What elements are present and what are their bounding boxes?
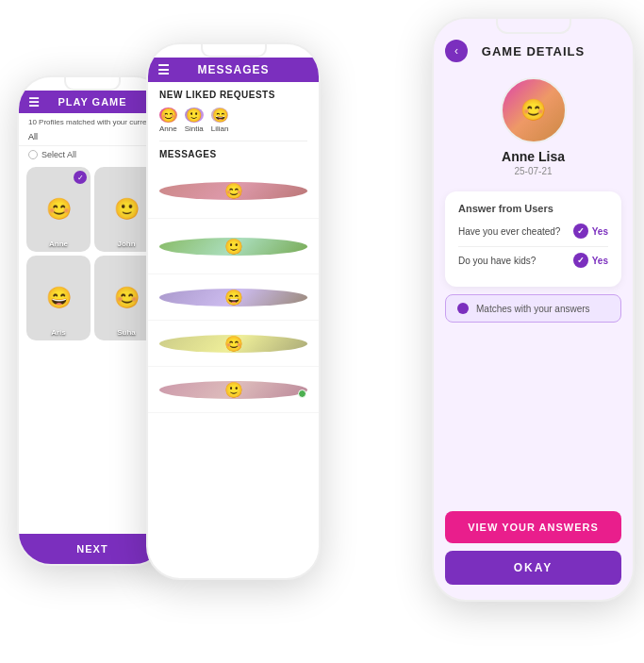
scene: ☰ PLAY GAME 10 Profiles matched with you… (0, 0, 644, 663)
profile-anne[interactable]: 😊 Anne ✓ (26, 167, 91, 252)
select-all-row: Select All (19, 146, 166, 163)
liked-sintia-avatar: 🙂 (185, 108, 204, 123)
msg-angel[interactable]: 😊 Angel jena Love food, travel and par ✓ (148, 163, 319, 219)
right-notch (496, 19, 571, 34)
profile-aris[interactable]: 😄 Aris (26, 256, 91, 340)
anne-lisa-avatar: 😊 (501, 77, 567, 143)
angel-avatar: 😊 (159, 182, 307, 200)
msg-mariam[interactable]: 😊 Mariam Dsouza Where are you I am waiti (148, 321, 319, 367)
okay-button[interactable]: OKAY (445, 551, 621, 585)
mid-menu-icon[interactable]: ☰ (157, 62, 171, 77)
view-answers-button[interactable]: VIEW YOUR ANSWERS (445, 511, 621, 543)
answer-row-2: Do you have kids? ✓ Yes (458, 253, 608, 268)
question-1: Have you ever cheated? (458, 226, 560, 237)
profile-name: Anne Lisa (502, 149, 565, 164)
game-details-title: GAME DETAILS (473, 44, 621, 58)
liked-lilian[interactable]: 😄 Lilian (211, 108, 229, 133)
answer-val-2: ✓ Yes (573, 253, 608, 268)
left-menu-icon[interactable]: ☰ (28, 95, 41, 109)
match-dot-icon (457, 303, 469, 314)
liked-anne[interactable]: 😊 Anne (159, 108, 177, 133)
check-icon-1: ✓ (573, 224, 588, 239)
matches-badge: Matches with your answers (445, 294, 621, 323)
profile-section: 😊 Anne Lisa 25-07-21 (434, 68, 633, 184)
liked-anne-avatar: 😊 (159, 108, 177, 123)
profile-date: 25-07-21 (514, 166, 552, 176)
messages-title: MESSAGES (148, 141, 319, 163)
mariam-avatar: 😊 (159, 335, 307, 353)
message-list: 😊 Angel jena Love food, travel and par ✓… (148, 163, 319, 413)
answer-val-1: ✓ Yes (573, 224, 608, 239)
mid-header: ☰ MESSAGES (148, 58, 319, 82)
aris-name: Aris (26, 328, 91, 337)
mid-title: MESSAGES (197, 63, 269, 76)
next-button[interactable]: NEXT (19, 534, 166, 564)
phone-left: ☰ PLAY GAME 10 Profiles matched with you… (17, 75, 168, 566)
left-filter[interactable]: All (19, 128, 166, 146)
liked-lilian-avatar: 😄 (211, 108, 229, 123)
anne-lisa-face: 😊 (503, 79, 565, 141)
haidar-avatar: 🙂 (159, 238, 307, 256)
chris-avatar: 😄 (159, 289, 307, 307)
answers-section: Answer from Users Have you ever cheated?… (445, 191, 621, 287)
select-all-label: Select All (41, 150, 76, 159)
liked-anne-name: Anne (159, 124, 177, 133)
msg-hong[interactable]: 🙂 Hong Joe I Love you (148, 367, 319, 413)
anne-check: ✓ (74, 171, 87, 184)
liked-lilian-name: Lilian (211, 124, 229, 133)
back-button[interactable]: ‹ (445, 40, 468, 62)
phone-middle: ☰ MESSAGES NEW LIKED REQUESTS 😊 Anne 🙂 S… (146, 42, 321, 580)
liked-row: 😊 Anne 🙂 Sintia 😄 Lilian (148, 104, 319, 141)
liked-requests-title: NEW LIKED REQUESTS (148, 82, 319, 104)
liked-sintia[interactable]: 🙂 Sintia (185, 108, 204, 133)
match-text: Matches with your answers (476, 304, 590, 314)
mid-notch (201, 44, 267, 58)
anne-name: Anne (26, 240, 91, 248)
msg-chris[interactable]: 😄 Chrishitina Loyal Lets Hangout man (148, 274, 319, 321)
profiles-grid: 😊 Anne ✓ 🙂 John 😄 Aris 😊 Suha (19, 163, 166, 344)
question-2: Do you have kids? (458, 256, 536, 266)
left-header: ☰ PLAY GAME (19, 91, 166, 113)
answers-title: Answer from Users (458, 203, 608, 214)
bottom-buttons: VIEW YOUR ANSWERS OKAY (445, 511, 621, 585)
online-indicator (298, 390, 306, 398)
phone-right: ‹ GAME DETAILS 😊 Anne Lisa 25-07-21 Answ… (432, 17, 635, 602)
select-all-radio[interactable] (28, 150, 38, 159)
right-top-bar: ‹ GAME DETAILS (434, 34, 633, 68)
left-subtext: 10 Profiles matched with your curre (19, 113, 166, 128)
answer-text-1: Yes (592, 226, 608, 237)
answer-row-1: Have you ever cheated? ✓ Yes (458, 224, 608, 239)
answer-text-2: Yes (592, 256, 608, 266)
liked-sintia-name: Sintia (185, 124, 204, 133)
left-notch (64, 77, 121, 91)
msg-haidar[interactable]: 🙂 Haidar Gram Wasting for someone..! ✓ (148, 219, 319, 274)
check-icon-2: ✓ (573, 253, 588, 268)
answer-divider (458, 246, 608, 247)
hong-avatar: 🙂 (159, 381, 307, 399)
left-title: PLAY GAME (58, 96, 126, 108)
